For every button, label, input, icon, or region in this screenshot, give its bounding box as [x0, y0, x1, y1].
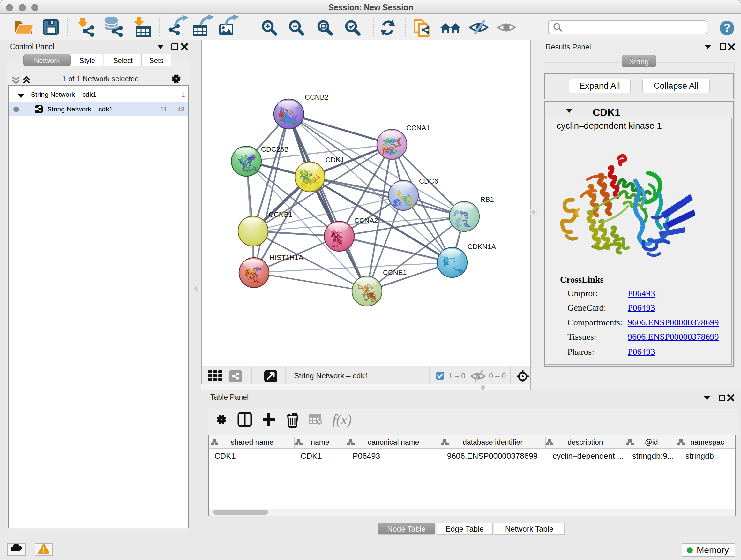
svg-text:CDK1: CDK1: [326, 156, 344, 164]
svg-text:CCNA1: CCNA1: [406, 124, 430, 132]
svg-text:CCNA2: CCNA2: [354, 216, 378, 225]
svg-text:CDC25B: CDC25B: [261, 145, 289, 153]
svg-text:CCNB2: CCNB2: [305, 93, 329, 101]
svg-text:CDC6: CDC6: [419, 177, 438, 185]
svg-text:CCNE1: CCNE1: [383, 268, 407, 276]
svg-text:CCNB1: CCNB1: [269, 210, 293, 219]
svg-text:CDKN1A: CDKN1A: [468, 243, 496, 251]
svg-text:HIST1H1A: HIST1H1A: [270, 253, 303, 261]
svg-text:RB1: RB1: [480, 195, 494, 203]
